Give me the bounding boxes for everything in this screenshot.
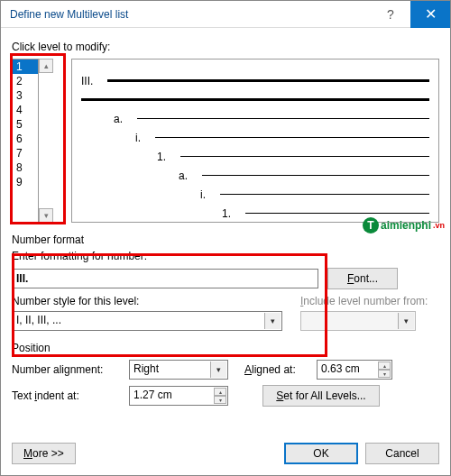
preview-label: 1.	[157, 151, 166, 163]
preview-row: i.	[81, 188, 429, 201]
level-item-6[interactable]: 6	[13, 132, 38, 146]
dialog-body: Click level to modify: 123456789 ▴ ▾ III…	[1, 28, 450, 434]
level-item-2[interactable]: 2	[13, 74, 38, 88]
enter-formatting-input[interactable]	[12, 269, 318, 288]
level-list-column: 123456789 ▴ ▾	[12, 59, 62, 223]
titlebar: Define new Multilevel list ? ✕	[1, 1, 450, 28]
aligned-at-label: Aligned at:	[244, 363, 308, 376]
ok-button[interactable]: OK	[284, 443, 358, 464]
preview-row	[81, 93, 429, 106]
number-style-combo[interactable]: I, II, III, ... ▾	[12, 311, 282, 331]
preview-label: i.	[200, 188, 206, 201]
number-style-value: I, II, III, ...	[16, 314, 61, 326]
preview-row: i.	[81, 131, 429, 144]
level-item-7[interactable]: 7	[13, 146, 38, 160]
enter-formatting-label: Enter formatting for number:	[12, 250, 439, 262]
preview-bar	[137, 118, 429, 119]
cancel-button[interactable]: Cancel	[365, 443, 439, 464]
chevron-down-icon: ▾	[264, 313, 281, 329]
number-format-group-label: Number format	[12, 233, 439, 246]
number-alignment-combo[interactable]: Right ▾	[129, 360, 228, 380]
preview-row: 1.	[81, 206, 429, 220]
level-item-4[interactable]: 4	[13, 103, 38, 117]
preview-label: i.	[135, 132, 141, 144]
level-item-8[interactable]: 8	[13, 160, 38, 175]
click-level-label: Click level to modify:	[12, 41, 439, 53]
spin-down-icon[interactable]: ▾	[378, 370, 391, 378]
text-indent-value: 1.27 cm	[133, 389, 172, 401]
text-indent-spin[interactable]: 1.27 cm ▴▾	[129, 386, 228, 406]
preview-bar	[180, 156, 429, 157]
font-button[interactable]: Font...	[327, 268, 398, 289]
number-alignment-label: Number alignment:	[12, 363, 120, 376]
level-item-9[interactable]: 9	[13, 175, 38, 189]
preview-label: a.	[114, 113, 123, 125]
preview-bar	[107, 79, 429, 82]
spin-down-icon[interactable]: ▾	[214, 396, 226, 404]
aligned-at-spin[interactable]: 0.63 cm ▴▾	[317, 360, 392, 380]
spin-up-icon[interactable]: ▴	[214, 388, 226, 396]
spin-up-icon[interactable]: ▴	[378, 362, 391, 370]
chevron-down-icon: ▾	[398, 313, 414, 329]
close-button[interactable]: ✕	[410, 1, 450, 28]
level-item-5[interactable]: 5	[13, 117, 38, 132]
preview-pane: III.a.i.1.a.i.1.a.i.	[71, 59, 439, 223]
preview-row: III.	[81, 74, 429, 87]
titlebar-title: Define new Multilevel list	[10, 8, 128, 21]
level-item-1[interactable]: 1	[13, 60, 38, 74]
preview-row: a.	[81, 112, 429, 125]
preview-row: a.	[81, 169, 429, 182]
position-group-label: Position	[12, 342, 439, 354]
set-for-all-levels-button[interactable]: Set for All Levels...	[262, 385, 380, 407]
preview-label: 1.	[222, 207, 231, 220]
preview-label: a.	[179, 169, 188, 182]
level-item-3[interactable]: 3	[13, 88, 38, 103]
number-style-label: Number style for this level:	[12, 295, 282, 307]
aligned-at-value: 0.63 cm	[321, 362, 360, 375]
level-list-scroll: ▴ ▾	[39, 59, 53, 223]
preview-bar	[245, 213, 429, 214]
include-level-label: Include level number from:	[300, 295, 439, 307]
preview-bar	[81, 98, 429, 101]
text-indent-label: Text indent at:	[12, 389, 120, 402]
level-scroll-down[interactable]: ▾	[39, 208, 53, 223]
preview-row: 1.	[81, 150, 429, 163]
level-scroll-up[interactable]: ▴	[39, 59, 53, 73]
number-alignment-value: Right	[133, 362, 159, 375]
level-list[interactable]: 123456789	[12, 59, 39, 223]
include-level-combo: ▾	[300, 311, 416, 331]
preview-bar	[155, 137, 429, 138]
preview-bar	[220, 194, 429, 195]
chevron-down-icon: ▾	[210, 362, 226, 378]
help-button[interactable]: ?	[371, 1, 410, 28]
preview-bar	[202, 175, 429, 176]
preview-label: III.	[81, 75, 93, 87]
more-button[interactable]: More >>	[12, 443, 76, 464]
dialog-define-multilevel-list: Define new Multilevel list ? ✕ Click lev…	[0, 0, 451, 476]
dialog-buttons: More >> OK Cancel	[1, 434, 450, 475]
